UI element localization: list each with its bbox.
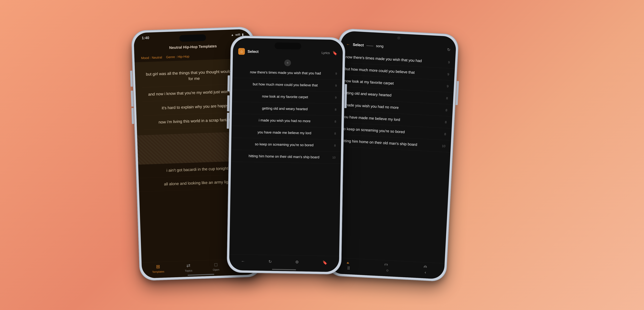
notch-center (274, 42, 301, 49)
p2-lyrics-list: now there's times made you wish that you… (229, 66, 342, 256)
p3-lyric-text-4: letting old and weary hearted (344, 90, 443, 100)
p3-lyric-num-7: 8 (440, 132, 446, 136)
p2-lyric-item-8[interactable]: hitting him home on their old man's ship… (231, 150, 341, 164)
p2-lyric-item-1[interactable]: now there's times made you wish that you… (232, 66, 342, 80)
p3-lyric-text-3: now look at my favorite carpet (344, 78, 444, 88)
p3-lyric-num-1: 9 (444, 60, 450, 64)
p2-back-icon: ← (241, 259, 245, 264)
topics-icon: ⇄ (186, 263, 190, 269)
p1-nav-open[interactable]: □ Open (212, 262, 220, 272)
p2-add-circle[interactable]: + (284, 59, 291, 66)
p2-lyric-text-2: but how much more could you believe that (238, 81, 333, 88)
p3-header-title: Select (353, 42, 364, 47)
p1-nav-topics[interactable]: ⇄ Topics (184, 263, 192, 273)
p2-nav-gear[interactable]: ⚙ (295, 260, 299, 264)
p1-genre-tag[interactable]: Genre : Hip-Hop (166, 54, 190, 59)
p3-header-dash: —— (366, 43, 374, 48)
p2-lyric-text-4: getting old and weary hearted (237, 105, 332, 112)
p3-android-menu-icon[interactable]: ⠿ (347, 266, 350, 271)
p2-forward-icon: ↻ (268, 259, 272, 264)
p2-lyric-text-6: you have made me believe my lord (237, 129, 332, 136)
wifi-icon: wifi (235, 33, 240, 36)
p2-lyric-num-1: 9 (333, 72, 337, 75)
p3-lyric-num-4: 8 (442, 96, 448, 100)
p3-header-icon[interactable]: ↻ (447, 47, 450, 52)
p2-bookmark-icon: 🔖 (322, 260, 328, 265)
p1-nav-topics-label: Topics (185, 269, 192, 273)
p2-lyric-item-4[interactable]: getting old and weary hearted 8 (232, 102, 342, 116)
p3-lyric-num-8: 10 (440, 144, 446, 148)
p2-lyric-text-7: so keep on screaming you're so bored (236, 141, 332, 148)
p2-lyric-num-2: 9 (333, 84, 337, 87)
p3-lyric-num-6: 8 (441, 120, 447, 124)
phone-center-screen: ⌂ Select Lyrics 🔖 + now there's times ma… (229, 38, 343, 272)
p1-title: Neutral Hip-Hop Templates (169, 44, 217, 50)
p2-gear-icon: ⚙ (295, 260, 299, 264)
p2-lyric-item-7[interactable]: so keep on screaming you're so bored 8 (231, 138, 341, 152)
p2-nav-bookmark[interactable]: 🔖 (322, 260, 328, 265)
p2-lyric-item-3[interactable]: now look at my favorite carpet 9 (232, 90, 342, 104)
p3-lyric-text-6: you have made me believe my lord (342, 114, 442, 124)
p1-nav-open-label: Open (213, 268, 220, 272)
p3-lyric-text-7: so keep on screaming you're so bored (342, 126, 441, 136)
templates-icon: ⊞ (156, 264, 160, 270)
p2-lyric-item-5[interactable]: i made you wish you had no more 8 (232, 114, 342, 128)
p3-lyric-num-2: 9 (444, 72, 449, 76)
p2-lyric-num-3: 9 (332, 96, 336, 99)
p3-lyric-text-2: but how much more could you believe that (345, 66, 444, 77)
p2-lyric-text-1: now there's times made you wish that you… (238, 69, 333, 76)
p3-android-back-icon[interactable]: ‹ (424, 270, 426, 275)
p2-lyric-item-2[interactable]: but how much more could you believe that… (232, 78, 342, 92)
p1-nav-templates[interactable]: ⊞ Templates (152, 264, 164, 274)
p2-lyric-text-3: now look at my favorite carpet (237, 93, 333, 100)
p1-mood-tag[interactable]: Mood : Neutral (141, 55, 162, 60)
p3-android-home-icon[interactable]: ○ (386, 268, 389, 273)
p2-nav-forward[interactable]: ↻ (268, 259, 272, 264)
p3-lyrics-list: now there's times made you wish that you… (330, 51, 456, 263)
p3-back-button[interactable]: ← (346, 42, 350, 47)
front-camera-right (397, 36, 400, 40)
phone-center: ⌂ Select Lyrics 🔖 + now there's times ma… (227, 35, 346, 275)
p3-header-subtitle: song (376, 44, 384, 48)
p2-lyric-num-8: 10 (332, 156, 336, 159)
p2-lyric-num-4: 8 (332, 108, 336, 111)
phone-right-screen: ← Select —— song ↻ now there's times mad… (329, 31, 456, 279)
p2-lyric-text-8: hitting him home on their old man's ship… (236, 153, 332, 160)
notch-left (179, 34, 206, 42)
p3-lyric-num-3: 9 (443, 84, 448, 88)
status-time-left: 1:40 (142, 36, 149, 40)
p2-nav-back[interactable]: ← (241, 259, 245, 264)
open-icon: □ (214, 262, 218, 268)
p3-lyric-text-1: now there's times made you wish that you… (345, 54, 444, 65)
p2-header-title: Select (248, 49, 258, 54)
p3-lyric-text-5: i made you wish you had no more (343, 102, 442, 112)
p2-home-icon[interactable]: ⌂ (238, 48, 245, 55)
p1-nav-templates-label: Templates (152, 270, 164, 274)
phones-container: 1:40 ▲ wifi ▮ Neutral Hip-Hop Templates … (109, 15, 535, 295)
signal-icon: ▲ (231, 33, 234, 37)
p2-header-bookmark-icon[interactable]: 🔖 (332, 51, 338, 55)
p3-lyric-num-5: 8 (442, 108, 447, 112)
p2-lyric-num-5: 8 (332, 120, 336, 123)
p2-lyric-num-6: 8 (332, 132, 336, 135)
plus-icon: + (286, 61, 289, 65)
phone-right: ← Select —— song ↻ now there's times mad… (326, 28, 459, 282)
p2-lyric-item-6[interactable]: you have made me believe my lord 8 (231, 126, 341, 140)
p2-lyric-num-7: 8 (332, 144, 336, 147)
p2-header-subtitle: Lyrics (322, 51, 330, 55)
p3-lyric-text-8: hitting him home on their old man's ship… (341, 138, 440, 148)
p2-lyric-text-5: i made you wish you had no more (237, 117, 332, 124)
